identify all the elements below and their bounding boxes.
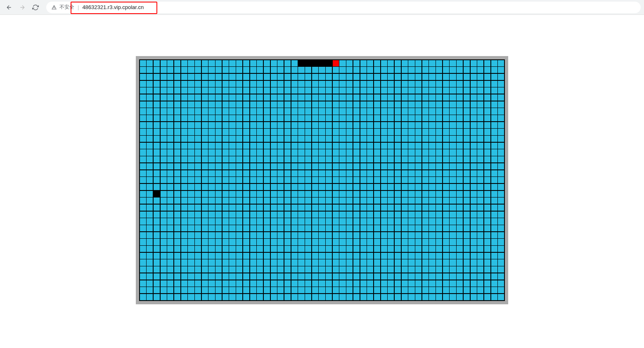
- grid-cell: [277, 218, 284, 224]
- grid-cell: [215, 239, 222, 245]
- grid-cell: [147, 294, 153, 300]
- grid-cell: [229, 87, 235, 94]
- grid-cell: [326, 232, 332, 238]
- grid-cell: [326, 115, 332, 121]
- grid-cell: [443, 239, 449, 245]
- grid-cell: [346, 67, 353, 73]
- grid-cell: [436, 87, 442, 94]
- grid-cell: [367, 239, 373, 245]
- game-board[interactable]: [136, 56, 508, 304]
- grid-cell: [215, 115, 222, 121]
- grid-cell: [450, 212, 456, 218]
- grid-cell: [298, 266, 304, 273]
- grid-cell: [491, 87, 497, 94]
- back-button[interactable]: [3, 2, 15, 13]
- grid-cell: [243, 191, 249, 197]
- grid-cell: [450, 253, 456, 259]
- grid-cell: [395, 239, 401, 245]
- grid-cell: [195, 177, 201, 183]
- grid-cell: [319, 115, 325, 121]
- grid-cell: [395, 177, 401, 183]
- grid-cell: [464, 259, 470, 266]
- grid-cell: [250, 273, 256, 280]
- grid-cell: [484, 205, 490, 211]
- grid-cell: [208, 273, 215, 280]
- grid-cell: [181, 212, 187, 218]
- reload-button[interactable]: [30, 2, 41, 13]
- grid-cell: [326, 67, 332, 73]
- grid-cell: [229, 149, 235, 155]
- grid-cell: [498, 191, 504, 197]
- grid-cell: [429, 163, 435, 169]
- grid-cell: [154, 218, 160, 224]
- grid-cell: [140, 60, 146, 66]
- grid-cell: [415, 163, 421, 169]
- grid-cell: [450, 205, 456, 211]
- grid-cell: [408, 212, 414, 218]
- grid-cell: [443, 280, 449, 287]
- grid-cell: [450, 184, 456, 190]
- grid-cell: [491, 170, 497, 176]
- grid-cell: [167, 108, 173, 114]
- grid-cell: [443, 184, 449, 190]
- grid-cell: [264, 184, 270, 190]
- grid-cell: [415, 101, 421, 108]
- grid-cell: [491, 67, 497, 73]
- grid-cell: [181, 101, 187, 108]
- grid-cell: [229, 266, 235, 273]
- grid-cell: [339, 94, 346, 101]
- grid-cell: [471, 218, 477, 224]
- grid-cell: [264, 253, 270, 259]
- grid-cell: [436, 191, 442, 197]
- grid-cell: [312, 156, 318, 162]
- grid-cell: [195, 218, 201, 224]
- grid-cell: [271, 294, 277, 300]
- grid-cell: [236, 184, 242, 190]
- address-bar[interactable]: 不安全 | 48632321.r3.vip.cpolar.cn: [46, 2, 641, 13]
- grid-cell: [188, 232, 194, 238]
- grid-cell: [147, 149, 153, 155]
- grid-cell: [305, 108, 311, 114]
- grid-cell: [250, 108, 256, 114]
- grid-cell: [360, 232, 367, 238]
- grid-cell: [450, 143, 456, 149]
- grid-cell: [223, 205, 229, 211]
- grid-cell: [436, 225, 442, 231]
- grid-cell: [457, 115, 463, 121]
- grid-cell: [374, 163, 380, 169]
- forward-button[interactable]: [17, 2, 28, 13]
- grid-cell: [167, 205, 173, 211]
- grid-cell: [312, 81, 318, 87]
- page-content: [0, 15, 644, 348]
- grid-cell: [333, 149, 339, 155]
- grid-cell: [429, 212, 435, 218]
- grid-cell: [147, 143, 153, 149]
- grid-cell: [388, 191, 394, 197]
- grid-cell: [319, 259, 325, 266]
- grid-cell: [326, 266, 332, 273]
- grid-cell: [339, 156, 346, 162]
- grid-cell: [202, 74, 208, 80]
- grid-cell: [243, 136, 249, 142]
- grid-cell: [464, 266, 470, 273]
- grid-cell: [181, 225, 187, 231]
- grid-cell: [174, 177, 180, 183]
- grid-cell: [277, 239, 284, 245]
- grid-cell: [339, 280, 346, 287]
- grid-cell: [202, 101, 208, 108]
- grid-cell: [195, 163, 201, 169]
- grid-cell: [477, 253, 483, 259]
- grid-cell: [271, 101, 277, 108]
- grid-cell: [395, 101, 401, 108]
- grid-cell: [381, 218, 387, 224]
- grid-cell: [402, 115, 408, 121]
- grid-cell: [450, 108, 456, 114]
- grid-cell: [188, 115, 194, 121]
- grid-cell: [333, 280, 339, 287]
- grid-cell: [277, 149, 284, 155]
- grid-cell: [277, 280, 284, 287]
- grid-cell: [367, 129, 373, 135]
- grid-cell: [154, 225, 160, 231]
- grid-cell: [353, 273, 360, 280]
- grid-cell: [312, 163, 318, 169]
